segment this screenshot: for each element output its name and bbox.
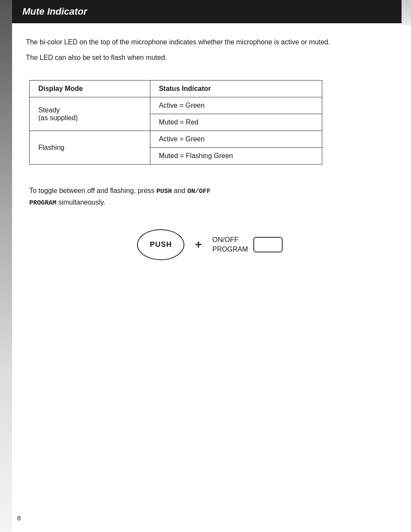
plus-sign: +	[195, 238, 202, 252]
intro-paragraph-1: The bi-color LED on the top of the micro…	[26, 37, 394, 47]
push-button-label: PUSH	[150, 240, 172, 249]
onoff-line1: ON/OFF	[212, 235, 248, 245]
onoff-button-diagram: ON/OFF PROGRAM	[212, 235, 283, 255]
table-cell-flashing-muted: Muted = Flashing Green	[150, 148, 322, 165]
push-button-diagram: PUSH	[137, 229, 184, 260]
table-cell-steady-mode: Steady(as supplied)	[30, 97, 150, 131]
table-cell-flashing-mode: Flashing	[30, 131, 150, 165]
push-label-inline: PUSH	[156, 188, 172, 195]
table-header-display-mode: Display Mode	[30, 81, 150, 97]
header-accent	[402, 0, 411, 25]
onoff-labels: ON/OFF PROGRAM	[212, 235, 248, 255]
toggle-text-before: To toggle between off and flashing, pres…	[29, 187, 156, 194]
table-row: Steady(as supplied) Active = Green	[30, 97, 322, 114]
intro-paragraph-2: The LED can also be set to flash when mu…	[26, 53, 394, 63]
onoff-rect-button	[253, 237, 283, 252]
button-diagram: PUSH + ON/OFF PROGRAM	[26, 229, 394, 260]
table-row: Flashing Active = Green	[30, 131, 322, 148]
table-cell-steady-active: Active = Green	[150, 97, 322, 114]
sidebar-bar	[0, 0, 12, 532]
onoff-line2: PROGRAM	[212, 245, 248, 254]
toggle-text-after: simultaneously.	[56, 199, 106, 206]
table-cell-steady-muted: Muted = Red	[150, 114, 322, 131]
toggle-text-between: and	[172, 187, 187, 194]
page-header: Mute Indicator	[12, 0, 411, 23]
toggle-instruction: To toggle between off and flashing, pres…	[29, 185, 394, 208]
table-cell-flashing-active: Active = Green	[150, 131, 322, 148]
indicator-table: Display Mode Status Indicator Steady(as …	[29, 80, 322, 165]
page-title: Mute Indicator	[22, 6, 87, 17]
table-header-status-indicator: Status Indicator	[150, 81, 322, 97]
main-content: The bi-color LED on the top of the micro…	[12, 23, 411, 277]
page-number: 8	[17, 514, 21, 522]
